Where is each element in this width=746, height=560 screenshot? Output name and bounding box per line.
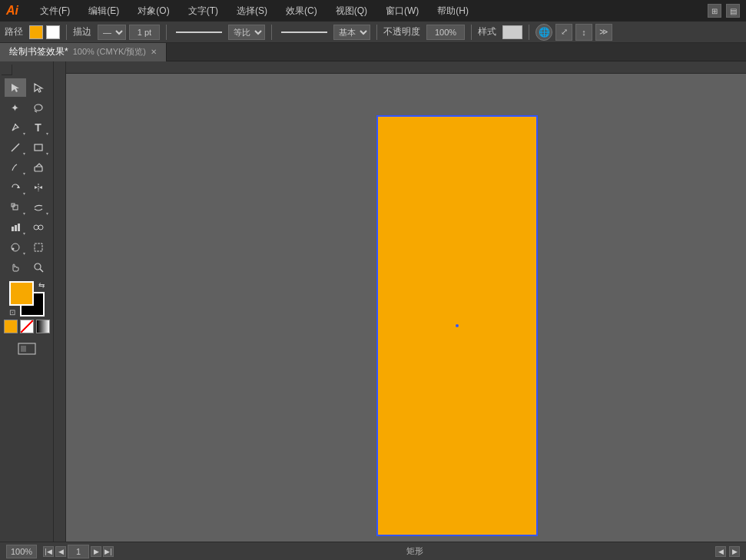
magic-wand-tool-btn[interactable]: ✦	[5, 98, 26, 117]
arrange-icon[interactable]: ↕	[575, 24, 592, 41]
ratio-select[interactable]: 等比	[228, 25, 265, 40]
default-colors-btn[interactable]: ⊡	[9, 308, 15, 316]
menu-object[interactable]: 对象(O)	[134, 3, 172, 19]
solid-color-btn[interactable]	[4, 320, 18, 333]
svg-point-18	[35, 263, 41, 270]
menu-window[interactable]: 窗口(W)	[383, 3, 422, 19]
transform-icon[interactable]: ⤢	[555, 24, 572, 41]
page-input[interactable]	[68, 545, 89, 558]
eraser-tool-btn[interactable]	[28, 158, 49, 177]
svg-rect-5	[35, 167, 42, 171]
style-swatch[interactable]	[502, 25, 522, 39]
stroke-color-swatch[interactable]	[46, 25, 60, 39]
artboard-tool-btn[interactable]	[28, 238, 49, 257]
document-tab[interactable]: 绘制书签效果* 100% (CMYK/预览) ✕	[0, 43, 167, 61]
color-mode-row	[4, 320, 50, 333]
svg-point-0	[35, 104, 42, 111]
menu-effect[interactable]: 效果(C)	[283, 3, 320, 19]
next-page-btn[interactable]: ▶	[91, 546, 101, 557]
color-area: ⇆ ⊡	[4, 281, 50, 333]
zoom-tool-btn[interactable]	[28, 258, 49, 277]
workspace-icon[interactable]: ⊞	[708, 4, 721, 18]
status-arrow-left[interactable]: ◀	[715, 546, 726, 557]
tool-row-8: ▾	[5, 218, 49, 237]
symbol-tool-btn[interactable]: ▾	[5, 238, 26, 257]
select-tool-btn[interactable]	[5, 78, 26, 97]
view-mode-btn[interactable]	[16, 340, 38, 358]
type-tool-btn[interactable]: T ▾	[28, 118, 49, 137]
opacity-input[interactable]	[426, 25, 465, 40]
menu-select[interactable]: 选择(S)	[234, 3, 270, 19]
rotate-tool-btn[interactable]: ▾	[5, 178, 26, 197]
base-line-sample	[281, 31, 327, 33]
tool-row-2: ✦	[5, 98, 49, 117]
warp-tool-btn[interactable]: ▾	[28, 198, 49, 217]
orange-rectangle[interactable]	[376, 115, 538, 536]
menu-help[interactable]: 帮助(H)	[434, 3, 472, 19]
globe-icon[interactable]: 🌐	[535, 24, 552, 41]
svg-rect-17	[35, 244, 42, 251]
base-select[interactable]: 基本	[333, 25, 370, 40]
tool-row-3: ▾ T ▾	[5, 118, 49, 137]
tool-row-10	[5, 258, 49, 277]
more-icon[interactable]: ≫	[595, 24, 612, 41]
first-page-btn[interactable]: |◀	[43, 546, 54, 557]
svg-point-2	[15, 124, 16, 125]
tool-row-9: ▾	[5, 238, 49, 257]
tab-close-btn[interactable]: ✕	[151, 48, 157, 56]
rect-tool-btn[interactable]: ▾	[28, 138, 49, 157]
tool-row-5: ▾	[5, 158, 49, 177]
graph-tool-btn[interactable]: ▾	[5, 218, 26, 237]
lasso-tool-btn[interactable]	[28, 98, 49, 117]
none-color-btn[interactable]	[20, 320, 34, 333]
toolbox: ✦ ▾ T ▾ ▾ ▾	[0, 61, 54, 542]
pen-tool-btn[interactable]: ▾	[5, 118, 26, 137]
tool-row-7: ▾ ▾	[5, 198, 49, 217]
toolbar-sep-6	[529, 25, 529, 40]
fill-box[interactable]	[9, 281, 34, 306]
pencil-tool-btn[interactable]: ▾	[5, 158, 26, 177]
direct-select-tool-btn[interactable]	[28, 78, 49, 97]
toolbar-sep-2	[166, 25, 167, 40]
stroke-type-select[interactable]: —	[98, 25, 126, 40]
svg-point-13	[34, 225, 38, 230]
ruler-corner	[2, 65, 12, 75]
fill-color-swatch[interactable]	[29, 25, 43, 39]
menu-file[interactable]: 文件(F)	[37, 3, 73, 19]
gradient-btn[interactable]	[36, 320, 50, 333]
main-area: ✦ ▾ T ▾ ▾ ▾	[0, 61, 746, 542]
menu-edit[interactable]: 编辑(E)	[85, 3, 122, 19]
svg-line-19	[40, 269, 43, 272]
svg-point-15	[12, 244, 19, 251]
scale-tool-btn[interactable]: ▾	[5, 198, 26, 217]
reflect-tool-btn[interactable]	[28, 178, 49, 197]
opacity-label: 不透明度	[383, 25, 420, 38]
canvas-area[interactable]	[54, 61, 746, 542]
arrange-icon[interactable]: ▤	[726, 4, 740, 18]
path-label: 路径	[5, 25, 23, 38]
svg-rect-11	[15, 225, 17, 231]
zoom-input[interactable]	[6, 545, 37, 558]
svg-line-1	[35, 111, 37, 112]
ruler-top	[66, 61, 746, 74]
app-logo: Ai	[6, 4, 18, 18]
blend-tool-btn[interactable]	[28, 218, 49, 237]
svg-rect-12	[18, 224, 20, 231]
toolbar-sep-5	[471, 25, 472, 40]
last-page-btn[interactable]: ▶|	[103, 546, 114, 557]
svg-point-14	[38, 225, 43, 230]
toolbar-sep-3	[271, 25, 272, 40]
tab-title: 绘制书签效果*	[9, 45, 68, 58]
status-arrow-right[interactable]: ▶	[729, 546, 740, 557]
menu-view[interactable]: 视图(Q)	[333, 3, 370, 19]
bottom-tools	[16, 340, 38, 358]
menu-text[interactable]: 文字(T)	[185, 3, 221, 19]
prev-page-btn[interactable]: ◀	[55, 546, 66, 557]
titlebar: Ai 文件(F) 编辑(E) 对象(O) 文字(T) 选择(S) 效果(C) 视…	[0, 0, 746, 22]
hand-tool-btn[interactable]	[5, 258, 26, 277]
shape-label: 矩形	[406, 545, 423, 557]
line-tool-btn[interactable]: ▾	[5, 138, 26, 157]
swap-colors-btn[interactable]: ⇆	[38, 281, 45, 290]
title-icons: ⊞ ▤	[708, 4, 740, 18]
stroke-width-input[interactable]	[129, 25, 160, 40]
